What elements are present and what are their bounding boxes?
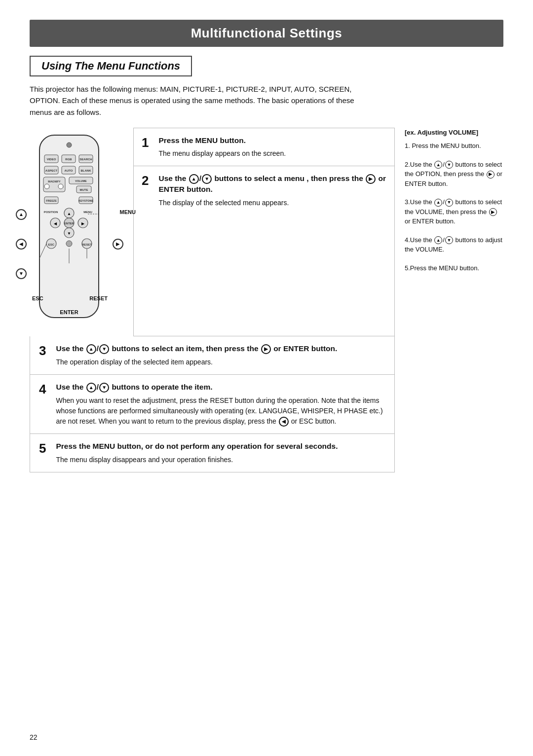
- svg-text:AUTO: AUTO: [65, 169, 73, 172]
- step-5-title: Press the MENU button, or do not perform…: [56, 441, 338, 452]
- down-icon-r3: ▼: [445, 199, 453, 207]
- up-icon-r2: ▲: [434, 161, 442, 169]
- svg-text:ASPECT: ASPECT: [45, 169, 58, 172]
- enter-label: ENTER: [60, 309, 78, 315]
- svg-text:SEARCH: SEARCH: [79, 158, 92, 161]
- up-icon-s2: ▲: [189, 174, 199, 184]
- section-title: Using The Menu Functions: [30, 56, 192, 76]
- step-3-number: 3: [39, 344, 46, 357]
- right-item-3: 3.Use the ▲/▼ buttons to select the VOLU…: [405, 197, 503, 226]
- right-icon-s3: ▶: [261, 344, 271, 354]
- down-icon-s2: ▼: [202, 174, 212, 184]
- right-item-4: 4.Use the ▲/▼ buttons to adjust the VOLU…: [405, 235, 503, 254]
- svg-text:POSITION: POSITION: [44, 211, 58, 214]
- svg-text:VIDEO: VIDEO: [47, 158, 56, 161]
- svg-text:ESC: ESC: [48, 243, 55, 246]
- right-right-button: ▶: [113, 239, 123, 250]
- svg-text:VOLUME: VOLUME: [75, 180, 87, 182]
- step-2-desc: The display of the selected menu appears…: [158, 198, 386, 208]
- step-1-block: 1 Press the MENU button. The menu displa…: [133, 128, 395, 167]
- svg-text:MAGNIFY: MAGNIFY: [48, 180, 61, 183]
- svg-text:MUTE: MUTE: [80, 188, 88, 191]
- left-icon-s4: ◀: [279, 417, 289, 427]
- down-icon-s4: ▼: [99, 383, 109, 393]
- left-column: ▲ ◀ ▼ ▶: [30, 128, 395, 472]
- step-4-block: 4 Use the ▲/▼ buttons to operate the ite…: [30, 375, 395, 434]
- svg-text:ENTER: ENTER: [64, 222, 75, 225]
- reset-label: RESET: [89, 295, 108, 301]
- step-5-block: 5 Press the MENU button, or do not perfo…: [30, 434, 395, 472]
- step-4-number: 4: [39, 383, 46, 396]
- step-3-desc: The operation display of the selected it…: [56, 357, 337, 367]
- step-5-desc: The menu display disappears and your ope…: [56, 455, 338, 465]
- svg-text:KEYSTONE: KEYSTONE: [78, 199, 93, 202]
- right-item-1: 1. Press the MENU button.: [405, 141, 503, 151]
- svg-text:RESET: RESET: [82, 243, 92, 246]
- page-header: Multifunctional Settings: [30, 20, 503, 47]
- intro-text: This projector has the following menus: …: [30, 83, 375, 118]
- step-1-title: Press the MENU button.: [158, 135, 286, 146]
- esc-label: ESC: [32, 295, 43, 301]
- left-left-button: ◀: [16, 239, 27, 250]
- down-icon-s3: ▼: [99, 344, 109, 354]
- svg-text:▲: ▲: [67, 212, 71, 216]
- up-icon-r4: ▲: [434, 236, 442, 244]
- step-2-title: Use the ▲/▼ buttons to select a menu , t…: [158, 173, 386, 195]
- down-icon-r2: ▼: [445, 161, 453, 169]
- page-number: 22: [30, 733, 38, 741]
- right-column: [ex. Adjusting VOLUME] 1. Press the MENU…: [395, 128, 503, 472]
- step-1-number: 1: [142, 136, 149, 149]
- left-up-button: ▲: [16, 209, 27, 220]
- right-icon-s2: ▶: [366, 174, 376, 184]
- right-item-5: 5.Press the MENU button.: [405, 263, 503, 273]
- up-icon-s3: ▲: [86, 344, 96, 354]
- step-1-desc: The menu display appears on the screen.: [158, 148, 286, 159]
- left-down-button: ▼: [16, 268, 27, 279]
- top-section: ▲ ◀ ▼ ▶: [30, 128, 395, 336]
- svg-point-18: [44, 184, 49, 189]
- svg-text:▼: ▼: [67, 231, 71, 236]
- step-5-number: 5: [39, 442, 46, 455]
- remote-column: ▲ ◀ ▼ ▶: [30, 128, 133, 336]
- step-3-block: 3 Use the ▲/▼ buttons to select an item,…: [30, 336, 395, 375]
- svg-text:MENU: MENU: [83, 211, 92, 214]
- svg-point-1: [67, 143, 72, 147]
- svg-point-19: [58, 184, 63, 189]
- svg-text:FREEZE: FREEZE: [46, 199, 57, 202]
- down-icon-r4: ▼: [445, 236, 453, 244]
- step-2-number: 2: [142, 174, 149, 187]
- svg-text:RGB: RGB: [65, 158, 72, 161]
- step-4-title: Use the ▲/▼ buttons to operate the item.: [56, 382, 385, 393]
- svg-text:▶: ▶: [81, 221, 85, 226]
- menu-label: MENU: [120, 209, 136, 215]
- right-icon-r2: ▶: [487, 171, 495, 179]
- main-content: ▲ ◀ ▼ ▶: [30, 128, 503, 472]
- up-icon-s4: ▲: [86, 383, 96, 393]
- up-icon-r3: ▲: [434, 199, 442, 207]
- svg-text:BLANK: BLANK: [81, 169, 92, 172]
- svg-text:◀: ◀: [54, 221, 57, 226]
- step-4-desc: When you want to reset the adjustment, p…: [56, 396, 385, 427]
- step-2-block: 2 Use the ▲/▼ buttons to select a menu ,…: [133, 166, 395, 336]
- steps-12: 1 Press the MENU button. The menu displa…: [133, 128, 395, 336]
- example-title: [ex. Adjusting VOLUME]: [405, 128, 503, 138]
- svg-point-42: [66, 241, 72, 247]
- step-3-title: Use the ▲/▼ buttons to select an item, t…: [56, 343, 337, 354]
- right-item-2: 2.Use the ▲/▼ buttons to select the OPTI…: [405, 160, 503, 189]
- right-icon-r3: ▶: [489, 208, 497, 216]
